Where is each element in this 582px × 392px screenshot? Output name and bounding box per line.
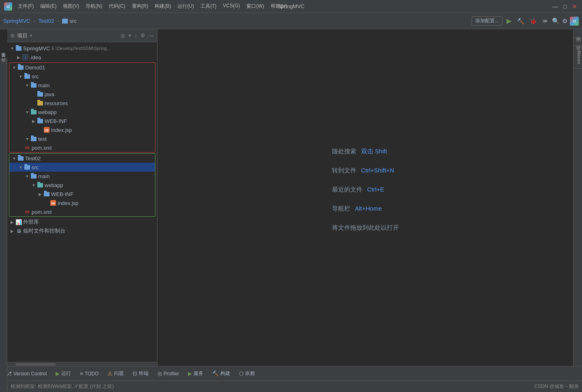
tree-test02-indexjsp[interactable]: ▶ jsp index.jsp <box>9 198 155 207</box>
tab-todo[interactable]: ≡ TODO <box>76 368 103 379</box>
tree-demo01[interactable]: ▼ Demo01 <box>9 63 155 72</box>
tree-demo01-indexjsp[interactable]: ▶ jsp index.jsp <box>9 125 155 134</box>
build-icon: 🔨 <box>212 370 219 377</box>
tab-run[interactable]: ▶ 运行 <box>52 368 75 379</box>
menu-item[interactable]: VCS(G) <box>220 2 242 11</box>
tab-terminal[interactable]: ⊡ 终端 <box>129 368 153 379</box>
search-button[interactable]: 🔍 <box>552 17 560 25</box>
menu-item[interactable]: 导航(N) <box>83 2 105 11</box>
main-area: 书签 待办 ⊞ 项目 ▾ ◎ ≡ ↕ ⚙ — ▼ Sprin <box>0 29 582 366</box>
build-button[interactable]: 🔨 <box>515 17 526 25</box>
panel-sort-icon[interactable]: ↕ <box>135 32 138 39</box>
debug-button[interactable]: 🐞 <box>528 17 538 25</box>
menu-item[interactable]: 文件(F) <box>15 2 36 11</box>
ext-lib-icon: 📊 <box>15 219 22 225</box>
tab-profiler[interactable]: ◎ Profiler <box>153 368 183 379</box>
test02-pom-icon: m <box>24 209 30 215</box>
demo01-webinf-label: WEB-INF <box>45 118 67 124</box>
maximize-button[interactable]: □ <box>562 3 568 10</box>
menu-item[interactable]: 编辑(E) <box>38 2 59 11</box>
tree-root[interactable]: ▼ SpringMVC E:\DevelopTest\SSM\Spring... <box>7 44 157 53</box>
demo01-src-icon <box>24 73 30 80</box>
tree-demo01-java[interactable]: ▶ java <box>9 90 155 99</box>
root-arrow: ▼ <box>9 46 15 51</box>
menu-item[interactable]: 工具(T) <box>198 2 219 11</box>
demo01-src-arrow: ▼ <box>17 74 24 79</box>
settings-button[interactable]: ⚙ <box>562 17 567 25</box>
test02-src-arrow: ▼ <box>17 165 24 170</box>
panel-close-icon[interactable]: — <box>149 32 154 39</box>
tab-problems-label: 问题 <box>114 370 124 377</box>
tree-external-lib[interactable]: ▶ 📊 外部库 <box>7 218 157 226</box>
panel-settings-icon[interactable]: ⚙ <box>140 32 145 39</box>
structure-label[interactable]: 结构 <box>573 29 582 38</box>
demo01-webapp-icon <box>30 109 37 115</box>
menu-item[interactable]: 运行(U) <box>175 2 196 11</box>
tree-test02-webapp[interactable]: ▼ webapp <box>9 181 155 190</box>
more-actions-button[interactable]: ≫ <box>541 17 550 25</box>
tree-demo01-src[interactable]: ▼ src <box>9 72 155 81</box>
todo-label[interactable]: 待办 <box>0 63 7 68</box>
test02-box: ▼ Test02 ▼ src ▼ main <box>9 153 155 217</box>
hint-recent-text: 最近的文件 <box>332 186 362 194</box>
tab-problems[interactable]: ⚠ 问题 <box>103 368 128 379</box>
breadcrumb-springmvc[interactable]: SpringMVC <box>3 18 30 24</box>
run-button[interactable]: ▶ <box>505 16 513 26</box>
temp-icon: 🖥 <box>15 228 22 234</box>
demo01-src-label: src <box>32 73 39 80</box>
tree-test02-webinf[interactable]: ▶ WEB-INF <box>9 190 155 198</box>
h-scrollbar[interactable] <box>7 362 157 366</box>
tree-demo01-webapp[interactable]: ▼ webapp <box>9 108 155 116</box>
tree-demo01-test[interactable]: ▼ test <box>9 134 155 143</box>
tree-demo01-resources[interactable]: ▶ resources <box>9 99 155 108</box>
hint-goto-file: 转到文件 Ctrl+Shift+N <box>332 167 399 174</box>
demo01-webinf-arrow: ▶ <box>30 119 37 123</box>
project-dropdown-arrow[interactable]: ▾ <box>30 33 32 38</box>
app-icon: IJ <box>4 2 12 11</box>
tree-demo01-webinf[interactable]: ▶ WEB-INF <box>9 116 155 125</box>
breadcrumb-test02[interactable]: Test02 <box>39 18 54 24</box>
hint-goto-shortcut: Ctrl+Shift+N <box>361 167 394 174</box>
tree-test02-pom[interactable]: ▶ m pom.xml <box>9 207 155 216</box>
tree-test02-src[interactable]: ▼ src <box>9 163 155 172</box>
tab-build[interactable]: 🔨 构建 <box>208 368 234 379</box>
demo01-res-label: resources <box>45 100 68 106</box>
menu-item[interactable]: 代码(C) <box>106 2 128 11</box>
close-button[interactable]: ✕ <box>571 3 578 10</box>
tab-dependencies[interactable]: ⬡ 依赖 <box>235 368 259 379</box>
tree-test02[interactable]: ▼ Test02 <box>9 154 155 163</box>
tree-test02-main[interactable]: ▼ main <box>9 172 155 181</box>
test02-webapp-arrow: ▼ <box>30 183 37 187</box>
bookmarks-label[interactable]: 书签 <box>0 58 7 63</box>
h-scroll-thumb[interactable] <box>15 363 56 366</box>
demo01-java-icon <box>37 91 43 97</box>
add-config-button[interactable]: 添加配置... <box>472 16 502 26</box>
tab-services[interactable]: ▶ 服务 <box>184 368 207 379</box>
menu-item[interactable]: 构建(B) <box>152 2 173 11</box>
todo-icon: ≡ <box>80 370 83 377</box>
panel-locate-icon[interactable]: ◎ <box>121 32 125 39</box>
test02-src-icon <box>24 164 30 170</box>
test02-webapp-icon <box>37 182 43 188</box>
maven-label[interactable]: Maven <box>573 46 582 69</box>
tree-idea[interactable]: ▶ .i .idea <box>7 53 157 62</box>
tree-demo01-pom[interactable]: ▶ m pom.xml <box>9 143 155 152</box>
demo01-webapp-label: webapp <box>38 109 57 115</box>
idea-arrow: ▶ <box>15 55 22 60</box>
tab-version-control-label: Version Control <box>13 371 47 377</box>
project-tree: ▼ SpringMVC E:\DevelopTest\SSM\Spring...… <box>7 42 157 362</box>
panel-collapse-icon[interactable]: ≡ <box>128 32 131 39</box>
tree-demo01-main[interactable]: ▼ main <box>9 81 155 90</box>
design-label[interactable]: 设计 <box>573 38 582 46</box>
menu-item[interactable]: 重构(R) <box>129 2 151 11</box>
minimize-button[interactable]: — <box>552 3 558 10</box>
tab-version-control[interactable]: ⎇ Version Control <box>2 368 51 379</box>
demo01-pom-label: pom.xml <box>32 145 52 151</box>
menu-item[interactable]: 视图(V) <box>60 2 82 11</box>
project-panel: ⊞ 项目 ▾ ◎ ≡ ↕ ⚙ — ▼ SpringMVC E:\DevelopT… <box>7 29 157 366</box>
tree-temp-files[interactable]: ▶ 🖥 临时文件和控制台 <box>7 226 157 235</box>
hint-search-text: 随处搜索 <box>332 148 356 155</box>
root-path: E:\DevelopTest\SSM\Spring... <box>52 46 110 51</box>
tab-terminal-label: 终端 <box>139 370 149 377</box>
menu-item[interactable]: 窗口(W) <box>244 2 266 11</box>
